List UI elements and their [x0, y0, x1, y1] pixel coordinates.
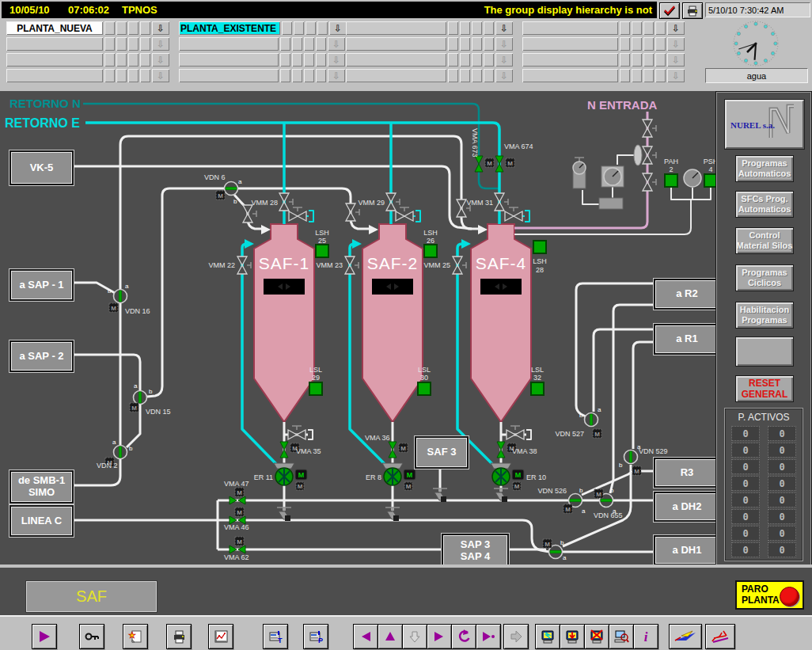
- nav-button-a-r2[interactable]: a R2: [654, 279, 720, 310]
- indicator-label: PAH: [664, 158, 678, 165]
- toolbar-tag-t-button[interactable]: T: [263, 624, 288, 649]
- silo-saf2: SAF-2: [362, 224, 423, 422]
- reset-general-button[interactable]: RESET GENERAL: [736, 376, 793, 401]
- toolbar-down-button[interactable]: [402, 624, 427, 649]
- alarm-monitor-icon: [540, 629, 556, 644]
- valve-vmm25[interactable]: [453, 257, 466, 274]
- control-material-silos-button[interactable]: Control Material Silos: [736, 228, 793, 253]
- toolbar-new-display-button[interactable]: ★: [123, 624, 148, 649]
- nav-button-r3[interactable]: R3: [654, 458, 720, 488]
- n-entrada-valve-1[interactable]: [643, 120, 656, 137]
- valve-label: VDN 526: [537, 487, 567, 495]
- toolbar-run-button[interactable]: [32, 624, 57, 649]
- valve-vma46[interactable]: [230, 507, 245, 524]
- valve-vmm22[interactable]: [237, 257, 251, 274]
- vent-valve-saf1[interactable]: [289, 207, 306, 221]
- toolbar-alarm-summary-button[interactable]: [535, 624, 560, 649]
- valve-vdn526[interactable]: [563, 494, 582, 514]
- svg-text:i: i: [644, 629, 648, 644]
- habilitacion-programas-button[interactable]: Habilitacion Programas: [736, 302, 793, 328]
- programas-ciclicos-button[interactable]: Programas Ciclicos: [736, 265, 793, 291]
- vent-valve-saf2[interactable]: [396, 207, 413, 221]
- indicator-lsl29[interactable]: [309, 382, 323, 396]
- tip-valve-saf1[interactable]: [288, 426, 305, 439]
- valve-vmm28[interactable]: [279, 193, 293, 211]
- indicator-lsl32[interactable]: [530, 382, 544, 396]
- toolbar-station-find-button[interactable]: [609, 624, 634, 649]
- valve-label: ER 10: [526, 473, 546, 481]
- nav-button-a-dh1[interactable]: a DH1: [654, 535, 720, 565]
- arrow-up-icon: [382, 629, 398, 644]
- indicator-lsh26[interactable]: [423, 244, 438, 258]
- feed-valve-saf2[interactable]: [346, 203, 359, 221]
- paro-planta-button[interactable]: PARO PLANTA: [735, 580, 804, 610]
- rotary-valve-er10[interactable]: [491, 463, 524, 490]
- toolbar-alarm-ack-button[interactable]: [560, 624, 585, 649]
- toolbar-info-button[interactable]: i: [633, 624, 658, 649]
- n-entrada-valve-2[interactable]: [643, 146, 656, 164]
- valve-label: VMM 22: [208, 261, 235, 269]
- feed-valve-saf1[interactable]: [243, 205, 256, 222]
- port-label: a: [598, 406, 601, 413]
- p-activos-counter: 0: [731, 509, 760, 524]
- tip-valve-saf4[interactable]: [507, 426, 524, 439]
- valve-label: VDN 655: [594, 511, 623, 519]
- n-entrada-valve-3[interactable]: [643, 173, 656, 191]
- sfcs-prog-automaticos-button[interactable]: SFCs Prog. Automaticos: [736, 192, 793, 217]
- vent-valve-saf4[interactable]: [505, 207, 522, 221]
- valve-label: VMA 38: [512, 447, 537, 455]
- nav-button-a-dh2[interactable]: a DH2: [654, 492, 720, 522]
- indicator-lsl30[interactable]: [417, 382, 431, 396]
- toolbar-exit-button[interactable]: [503, 624, 529, 649]
- toolbar-next-button[interactable]: [476, 624, 501, 649]
- nav-button-a-sap2[interactable]: a SAP - 2: [9, 340, 74, 372]
- indicator-label: 28: [536, 266, 544, 274]
- toolbar-key-button[interactable]: [79, 624, 104, 649]
- indicator-lsh28[interactable]: [533, 240, 547, 254]
- toolbar-signature-button[interactable]: [705, 624, 735, 649]
- valve-vma47[interactable]: [230, 488, 245, 504]
- programas-automaticos-button[interactable]: Programas Automaticos: [736, 156, 793, 181]
- toolbar-up-button[interactable]: [378, 624, 403, 649]
- toolbar-print-button[interactable]: [166, 624, 192, 649]
- valve-vdn15[interactable]: [130, 391, 147, 412]
- nav-button-linea-c[interactable]: LINEA C: [9, 505, 74, 537]
- toolbar-back-button[interactable]: [353, 624, 378, 649]
- nav-button-a-sap1[interactable]: a SAP - 1: [9, 269, 74, 301]
- rotary-valve-er11[interactable]: [274, 463, 307, 490]
- nav-button-de-smb1-simo[interactable]: de SMB-1 SIMO: [9, 470, 74, 504]
- valve-vma62[interactable]: [230, 537, 245, 553]
- toolbar-plane-button[interactable]: [669, 624, 702, 649]
- silo-saf4: SAF-4: [471, 224, 531, 422]
- nav-button-a-r1[interactable]: a R1: [654, 324, 720, 355]
- valve-vma673[interactable]: [475, 156, 494, 172]
- nav-button-vk5[interactable]: VK-5: [9, 150, 74, 185]
- valve-vmm23[interactable]: [345, 257, 359, 274]
- toolbar-forward-button[interactable]: [427, 624, 452, 649]
- rotary-valve-er8[interactable]: [382, 463, 415, 490]
- info-icon: i: [638, 629, 654, 644]
- indicator-label: 29: [312, 374, 320, 382]
- toolbar-trend-button[interactable]: [208, 624, 233, 649]
- port-label: a: [582, 507, 586, 515]
- nav-button-sap3-sap4[interactable]: SAP 3 SAP 4: [442, 534, 509, 568]
- toolbar-alarm-clear-button[interactable]: [584, 624, 609, 649]
- blank-button[interactable]: [736, 337, 793, 366]
- indicator-lsh25[interactable]: [315, 244, 329, 258]
- indicator-label: LSL: [418, 366, 431, 374]
- silo-window: [264, 279, 305, 295]
- toolbar-undo-button[interactable]: [451, 624, 476, 649]
- toolbar-tag-p-button[interactable]: P: [303, 624, 328, 649]
- nav-button-saf3[interactable]: SAF 3: [415, 436, 469, 469]
- valve-vmm31[interactable]: [495, 193, 508, 211]
- valve-label: VDN 15: [146, 408, 171, 416]
- indicator-pah2[interactable]: [664, 173, 678, 188]
- control-panel: NUREL s.a. Programas Automaticos SFCs Pr…: [716, 92, 811, 566]
- indicator-label: LSH: [533, 257, 547, 265]
- flow-label-n-entrada: N ENTRADA: [587, 98, 657, 112]
- valve-vdn527[interactable]: [585, 413, 602, 439]
- screen-title-button[interactable]: SAF: [26, 581, 157, 612]
- valve-vmm29[interactable]: [386, 193, 400, 211]
- svg-text:T: T: [278, 637, 283, 644]
- port-label: b: [610, 487, 614, 494]
